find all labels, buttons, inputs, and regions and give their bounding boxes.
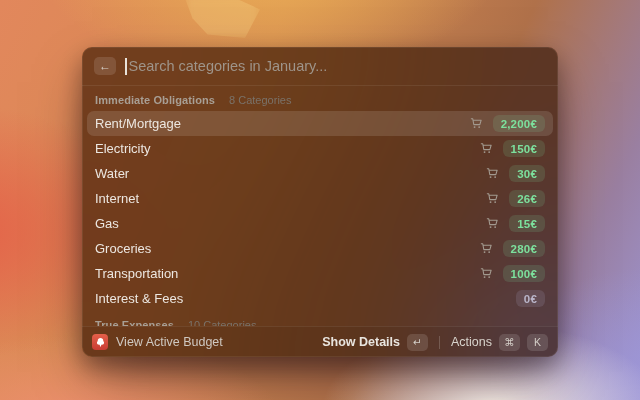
footer-command-label: View Active Budget [116, 335, 223, 349]
amount-badge: 2,200€ [493, 115, 545, 132]
amount-badge: 26€ [509, 190, 545, 207]
amount-badge: 15€ [509, 215, 545, 232]
amount-badge: 280€ [503, 240, 545, 257]
category-name: Transportation [95, 266, 178, 281]
actions-button[interactable]: Actions ⌘ K [451, 334, 548, 351]
category-name: Rent/Mortgage [95, 116, 181, 131]
show-details-button[interactable]: Show Details ↵ [322, 334, 428, 351]
show-details-label: Show Details [322, 335, 400, 349]
section-title: Immediate Obligations [95, 94, 215, 106]
category-row[interactable]: Electricity150€ [87, 136, 553, 161]
footer-actions: Show Details ↵ Actions ⌘ K [322, 334, 548, 351]
section-count: 10 Categories [188, 319, 257, 326]
category-row[interactable]: Rent/Mortgage2,200€ [87, 111, 553, 136]
tree-glyph [95, 337, 106, 348]
category-name: Gas [95, 216, 119, 231]
actions-label: Actions [451, 335, 492, 349]
category-row-right: 30€ [486, 165, 545, 182]
category-row-right: 150€ [480, 140, 545, 157]
desktop-wallpaper: ← Search categories in January... Immedi… [0, 0, 640, 400]
category-row-right: 280€ [480, 240, 545, 257]
category-row-right: 26€ [486, 190, 545, 207]
cart-icon [480, 267, 493, 280]
back-arrow-icon: ← [99, 57, 111, 75]
category-row-right: 2,200€ [470, 115, 545, 132]
cmd-key-badge: ⌘ [499, 334, 520, 351]
cart-icon [486, 167, 499, 180]
category-row[interactable]: Groceries280€ [87, 236, 553, 261]
cart-icon [470, 117, 483, 130]
category-row[interactable]: Interest & Fees0€ [87, 286, 553, 311]
section-header: True Expenses10 Categories [87, 311, 553, 326]
footer-bar: View Active Budget Show Details ↵ Action… [82, 326, 558, 357]
cart-icon [480, 142, 493, 155]
category-row[interactable]: Gas15€ [87, 211, 553, 236]
enter-key-badge: ↵ [407, 334, 428, 351]
raycast-window: ← Search categories in January... Immedi… [82, 47, 558, 357]
cart-icon [480, 242, 493, 255]
amount-badge: 150€ [503, 140, 545, 157]
category-list: Immediate Obligations8 CategoriesRent/Mo… [82, 86, 558, 326]
back-button[interactable]: ← [94, 57, 116, 75]
amount-badge: 0€ [516, 290, 545, 307]
search-bar: ← Search categories in January... [82, 47, 558, 86]
category-row[interactable]: Internet26€ [87, 186, 553, 211]
amount-badge: 100€ [503, 265, 545, 282]
section-title: True Expenses [95, 319, 174, 326]
category-name: Electricity [95, 141, 151, 156]
cart-icon [486, 192, 499, 205]
section-header: Immediate Obligations8 Categories [87, 86, 553, 111]
wallpaper-cursor-silhouette [185, 0, 260, 38]
category-row[interactable]: Transportation100€ [87, 261, 553, 286]
search-input[interactable]: Search categories in January... [129, 58, 547, 74]
footer-divider [439, 336, 440, 349]
category-row[interactable]: Water30€ [87, 161, 553, 186]
category-row-right: 100€ [480, 265, 545, 282]
section-count: 8 Categories [229, 94, 291, 106]
category-row-right: 0€ [516, 290, 545, 307]
category-row-right: 15€ [486, 215, 545, 232]
cart-icon [486, 217, 499, 230]
budget-app-icon [92, 334, 108, 350]
category-name: Internet [95, 191, 139, 206]
amount-badge: 30€ [509, 165, 545, 182]
category-name: Water [95, 166, 129, 181]
k-key-badge: K [527, 334, 548, 351]
category-name: Interest & Fees [95, 291, 183, 306]
text-caret [125, 58, 127, 75]
category-name: Groceries [95, 241, 151, 256]
footer-app-info: View Active Budget [92, 334, 223, 350]
